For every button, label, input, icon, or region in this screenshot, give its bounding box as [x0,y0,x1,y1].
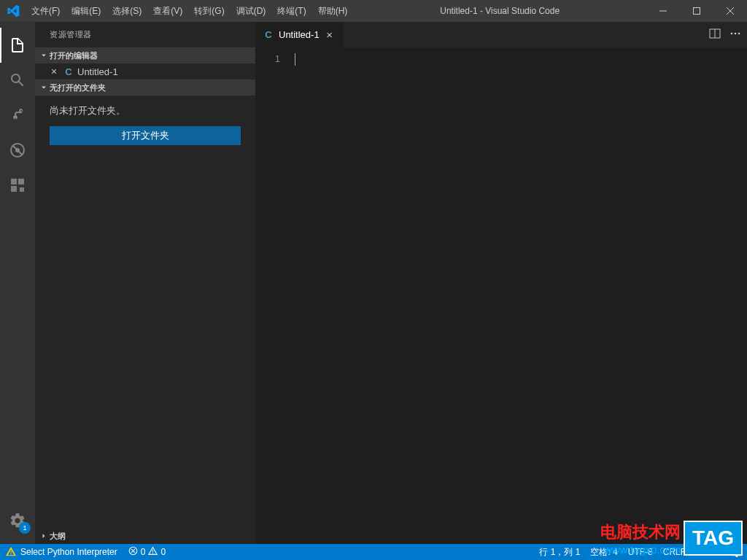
no-folder-label: 无打开的文件夹 [50,82,106,93]
split-editor-icon[interactable] [709,28,721,42]
problems-status[interactable]: 0 0 [123,544,171,560]
outline-header[interactable]: 大纲 [35,528,255,544]
menu-bar: 文件(F) 编辑(E) 选择(S) 查看(V) 转到(G) 调试(D) 终端(T… [26,0,353,22]
editor-area: C Untitled-1 × 1 [255,22,747,544]
no-folder-header[interactable]: 无打开的文件夹 [35,79,255,96]
titlebar: 文件(F) 编辑(E) 选择(S) 查看(V) 转到(G) 调试(D) 终端(T… [0,0,747,22]
svg-point-5 [731,32,733,34]
error-count: 0 [141,547,146,557]
activity-explorer[interactable] [0,28,35,63]
open-editor-item[interactable]: × C Untitled-1 [35,63,255,79]
open-folder-button[interactable]: 打开文件夹 [50,126,241,145]
line-number-gutter: 1 [255,47,293,544]
status-bar: Select Python Interpreter 0 0 行 1，列 1 空格… [0,544,747,560]
warning-icon [6,546,16,559]
editor-body[interactable]: 1 [255,47,747,544]
app-icon [0,4,26,18]
language-mode[interactable]: C [691,544,708,560]
cursor-position[interactable]: 行 1，列 1 [534,544,585,560]
menu-select[interactable]: 选择(S) [107,0,147,22]
open-editor-filename: Untitled-1 [77,66,118,77]
more-actions-icon[interactable] [729,28,741,42]
settings-badge: 1 [19,522,31,534]
c-file-icon: C [263,29,274,40]
close-button[interactable] [713,0,747,22]
code-area[interactable] [293,47,747,544]
warning-count: 0 [160,547,166,557]
error-icon [128,546,138,558]
maximize-button[interactable] [680,0,713,22]
line-number: 1 [255,53,280,64]
menu-help[interactable]: 帮助(H) [312,0,354,22]
interpreter-label: Select Python Interpreter [20,547,117,557]
activity-source-control[interactable] [0,98,35,133]
editor-item-close-icon[interactable]: × [48,66,60,77]
menu-file[interactable]: 文件(F) [26,0,66,22]
activity-debug[interactable] [0,133,35,168]
indentation-status[interactable]: 空格: 4 [585,544,622,560]
window-controls [646,0,747,22]
explorer-sidebar: 资源管理器 打开的编辑器 × C Untitled-1 无打开的文件夹 尚未打开… [35,22,255,544]
minimize-button[interactable] [646,0,680,22]
menu-debug[interactable]: 调试(D) [231,0,272,22]
notifications-icon[interactable] [727,544,747,560]
editor-actions [703,22,747,47]
eol-status[interactable]: CRLF [658,544,691,560]
no-folder-message: 尚未打开文件夹。 [35,96,255,126]
outline-label: 大纲 [50,531,66,542]
c-file-icon: C [63,66,74,77]
menu-goto[interactable]: 转到(G) [188,0,230,22]
chevron-down-icon [38,51,50,60]
open-editors-header[interactable]: 打开的编辑器 [35,47,255,63]
svg-point-10 [152,553,153,553]
text-cursor [295,53,295,66]
activity-bar: 1 [0,22,35,544]
window-title: Untitled-1 - Visual Studio Code [353,6,646,16]
feedback-icon[interactable]: ☺ [708,544,727,560]
menu-edit[interactable]: 编辑(E) [66,0,107,22]
editor-tabs: C Untitled-1 × [255,22,747,47]
warning-icon [148,546,158,558]
activity-search[interactable] [0,63,35,98]
svg-point-2 [15,148,20,152]
python-interpreter-warning[interactable]: Select Python Interpreter [0,544,123,560]
chevron-down-icon [38,83,50,92]
svg-rect-0 [694,8,700,15]
encoding-status[interactable]: UTF-8 [623,544,658,560]
open-editors-label: 打开的编辑器 [50,50,98,61]
chevron-right-icon [38,532,50,540]
svg-point-6 [735,32,737,34]
menu-terminal[interactable]: 终端(T) [271,0,311,22]
activity-settings[interactable]: 1 [0,503,35,538]
editor-tab-active[interactable]: C Untitled-1 × [255,22,344,47]
tab-label: Untitled-1 [279,29,320,40]
menu-view[interactable]: 查看(V) [147,0,188,22]
sidebar-title: 资源管理器 [35,22,255,47]
svg-point-7 [738,32,740,34]
activity-extensions[interactable] [0,168,35,203]
tab-close-icon[interactable]: × [324,28,336,41]
